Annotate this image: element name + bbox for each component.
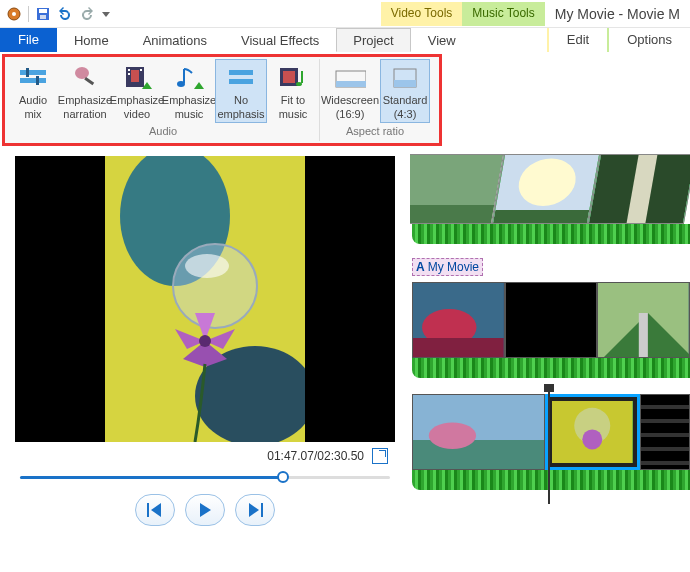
audio-waveform bbox=[412, 358, 690, 378]
label: video bbox=[124, 108, 150, 120]
label: Widescreen bbox=[321, 94, 379, 106]
svg-rect-20 bbox=[283, 71, 295, 83]
svg-rect-7 bbox=[26, 68, 29, 77]
mixer-icon bbox=[17, 64, 49, 92]
label: Emphasize bbox=[162, 94, 216, 106]
redo-icon[interactable] bbox=[79, 6, 95, 22]
svg-rect-35 bbox=[410, 205, 494, 223]
text-a-icon: A bbox=[416, 260, 425, 274]
label: No bbox=[234, 94, 248, 106]
play-button[interactable] bbox=[185, 494, 225, 526]
tab-view[interactable]: View bbox=[411, 28, 473, 52]
svg-rect-17 bbox=[229, 70, 253, 75]
audio-waveform bbox=[412, 224, 690, 244]
separator bbox=[28, 6, 29, 22]
film-music-icon bbox=[277, 64, 309, 92]
clip-thumb-selected[interactable] bbox=[545, 394, 640, 470]
tab-visual-effects[interactable]: Visual Effects bbox=[224, 28, 336, 52]
clip-thumb[interactable] bbox=[588, 154, 690, 224]
clip-thumb[interactable] bbox=[492, 154, 600, 224]
svg-rect-44 bbox=[506, 283, 597, 357]
tab-file[interactable]: File bbox=[0, 28, 57, 52]
next-frame-button[interactable] bbox=[235, 494, 275, 526]
label: mix bbox=[24, 108, 41, 120]
svg-rect-18 bbox=[229, 79, 253, 84]
svg-rect-46 bbox=[639, 313, 648, 357]
timeline-row-1[interactable]: A My Movie bbox=[412, 154, 690, 266]
emphasize-music-button[interactable]: Emphasize music bbox=[163, 59, 215, 123]
tab-animations[interactable]: Animations bbox=[126, 28, 224, 52]
standard-ratio-icon bbox=[389, 64, 421, 92]
label: Emphasize bbox=[58, 94, 112, 106]
svg-rect-38 bbox=[493, 210, 589, 223]
svg-rect-6 bbox=[20, 78, 46, 83]
ribbon-tabs: File Home Animations Visual Effects Proj… bbox=[0, 28, 690, 52]
tab-options[interactable]: Options bbox=[607, 28, 690, 52]
label: Standard bbox=[383, 94, 428, 106]
main-area: 01:47.07/02:30.50 bbox=[0, 150, 690, 532]
audio-mix-button[interactable]: Audio mix bbox=[7, 59, 59, 123]
label: Fit to bbox=[281, 94, 305, 106]
tab-home[interactable]: Home bbox=[57, 28, 126, 52]
svg-point-1 bbox=[12, 12, 16, 16]
context-tab-music-tools[interactable]: Music Tools bbox=[462, 2, 544, 26]
svg-rect-10 bbox=[84, 77, 94, 85]
label: music bbox=[279, 108, 308, 120]
clip-thumb[interactable] bbox=[410, 154, 504, 224]
svg-rect-5 bbox=[20, 70, 46, 75]
timeline-row-3[interactable] bbox=[412, 394, 690, 490]
save-icon[interactable] bbox=[35, 6, 51, 22]
svg-rect-33 bbox=[261, 503, 263, 517]
group-label-aspect: Aspect ratio bbox=[320, 123, 430, 141]
fit-to-music-button[interactable]: Fit to music bbox=[267, 59, 319, 123]
clip-thumb-transition[interactable] bbox=[640, 394, 690, 470]
context-tab-video-tools[interactable]: Video Tools bbox=[381, 2, 463, 26]
prev-frame-button[interactable] bbox=[135, 494, 175, 526]
svg-point-30 bbox=[185, 254, 229, 278]
svg-rect-14 bbox=[140, 69, 142, 71]
group-label-audio: Audio bbox=[7, 123, 319, 141]
label: (4:3) bbox=[394, 108, 417, 120]
clip-thumb[interactable] bbox=[412, 282, 505, 358]
svg-rect-32 bbox=[147, 503, 149, 517]
playhead[interactable] bbox=[548, 388, 550, 504]
caption-marker[interactable]: A My Movie bbox=[412, 258, 483, 276]
clip-thumb[interactable] bbox=[505, 282, 598, 358]
caption-text: My Movie bbox=[428, 260, 479, 274]
clip-thumb[interactable] bbox=[412, 394, 545, 470]
time-display-row: 01:47.07/02:30.50 bbox=[8, 448, 402, 464]
no-emphasis-button[interactable]: No emphasis bbox=[215, 59, 267, 123]
svg-point-9 bbox=[75, 67, 89, 79]
undo-icon[interactable] bbox=[57, 6, 73, 22]
playback-controls bbox=[8, 494, 402, 526]
fullscreen-icon[interactable] bbox=[372, 448, 388, 464]
seek-bar[interactable] bbox=[20, 470, 390, 484]
ribbon-project: Audio mix Emphasize narration Emphasize … bbox=[7, 59, 437, 141]
preview-panel: 01:47.07/02:30.50 bbox=[0, 150, 410, 532]
clip-thumb[interactable] bbox=[597, 282, 690, 358]
ribbon-group-aspect-ratio: Widescreen (16:9) Standard (4:3) Aspect … bbox=[320, 59, 430, 141]
svg-rect-3 bbox=[39, 9, 47, 13]
dropdown-icon[interactable] bbox=[101, 6, 111, 22]
emphasize-video-button[interactable]: Emphasize video bbox=[111, 59, 163, 123]
seek-thumb[interactable] bbox=[277, 471, 289, 483]
ribbon-highlight-box: Audio mix Emphasize narration Emphasize … bbox=[2, 54, 442, 146]
svg-rect-13 bbox=[128, 73, 130, 75]
window-title: My Movie - Movie M bbox=[545, 6, 690, 22]
timeline-row-2[interactable] bbox=[412, 282, 690, 378]
video-preview[interactable] bbox=[15, 156, 395, 442]
preview-frame bbox=[105, 156, 305, 442]
svg-rect-48 bbox=[413, 440, 544, 469]
seek-fill bbox=[20, 476, 283, 479]
time-elapsed: 01:47.07/02:30.50 bbox=[267, 449, 364, 463]
svg-rect-25 bbox=[394, 80, 416, 87]
tab-edit[interactable]: Edit bbox=[547, 28, 607, 52]
app-icon bbox=[6, 6, 22, 22]
emphasize-narration-button[interactable]: Emphasize narration bbox=[59, 59, 111, 123]
tab-project[interactable]: Project bbox=[336, 28, 410, 52]
widescreen-button[interactable]: Widescreen (16:9) bbox=[320, 59, 380, 123]
svg-rect-15 bbox=[131, 70, 139, 82]
standard-button[interactable]: Standard (4:3) bbox=[380, 59, 430, 123]
label: Audio bbox=[19, 94, 47, 106]
microphone-icon bbox=[69, 64, 101, 92]
